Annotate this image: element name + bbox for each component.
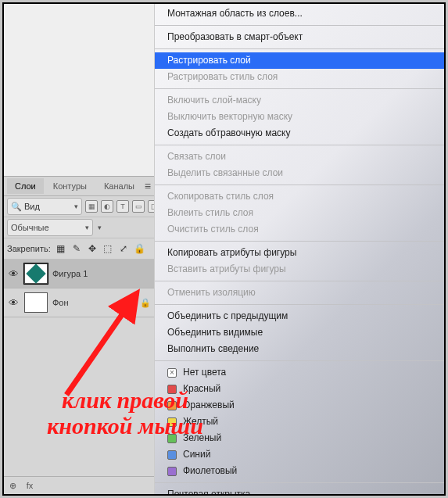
filter-shape-icon[interactable]: ▭ — [132, 200, 145, 213]
lock-nest-icon[interactable]: ⤢ — [118, 243, 129, 254]
lock-row: Закрепить: ▦ ✎ ✥ ⬚ ⤢ 🔒 — [4, 238, 154, 260]
menu-item[interactable]: Растрировать слой — [155, 52, 444, 69]
shape-thumb-icon — [26, 263, 45, 283]
menu-color-label: Желтый — [183, 414, 218, 430]
menu-item: Растрировать стиль слоя — [155, 69, 444, 85]
panel-footer: ⊕ fx — [4, 476, 154, 494]
layer-thumbnail[interactable] — [24, 292, 48, 313]
menu-item: Очистить стиль слоя — [155, 221, 444, 238]
menu-separator — [155, 185, 444, 185]
menu-separator — [155, 48, 444, 49]
layer-filter-dropdown[interactable]: 🔍 Вид ▾ — [7, 198, 82, 215]
menu-item: Включить слой-маску — [155, 92, 444, 109]
menu-item: Выключить векторную маску — [155, 109, 444, 125]
filter-type-icons: ▦ ◐ T ▭ ◫ — [85, 200, 160, 213]
layer-row-background[interactable]: 👁 Фон 🔒 — [4, 288, 154, 317]
chevron-down-icon: ▾ — [85, 224, 89, 231]
blend-row: Обычные ▾ ▾ — [4, 217, 154, 238]
visibility-icon[interactable]: 👁 — [7, 267, 20, 280]
lock-position-icon[interactable]: ✥ — [87, 243, 98, 254]
menu-separator — [155, 25, 444, 26]
filter-pixel-icon[interactable]: ▦ — [85, 200, 98, 213]
menu-item[interactable]: Копировать атрибуты фигуры — [155, 245, 444, 261]
layer-thumbnail[interactable] — [24, 263, 48, 284]
menu-color-item[interactable]: Желтый — [155, 414, 444, 430]
visibility-icon[interactable]: 👁 — [7, 296, 20, 309]
blend-mode-dropdown[interactable]: Обычные ▾ — [7, 219, 93, 236]
lock-transparent-icon[interactable]: ▦ — [56, 243, 66, 254]
tab-layers[interactable]: Слои — [7, 178, 44, 194]
menu-color-label: Нет цвета — [183, 364, 226, 381]
layers-list: 👁 Фигура 1 👁 Фон 🔒 — [4, 260, 154, 476]
menu-color-label: Красный — [183, 381, 220, 397]
blend-mode-label: Обычные — [11, 223, 49, 232]
menu-separator — [155, 281, 444, 281]
lock-icon: 🔒 — [140, 298, 151, 308]
layer-name: Фон — [52, 298, 69, 307]
menu-separator — [155, 360, 444, 361]
chevron-down-icon: ▾ — [74, 202, 78, 210]
fx-icon[interactable]: fx — [24, 481, 35, 490]
menu-item[interactable]: Объединить с предыдущим — [155, 308, 444, 324]
opacity-chevron-icon[interactable]: ▾ — [98, 224, 102, 231]
menu-color-item[interactable]: Красный — [155, 381, 444, 397]
menu-item: Скопировать стиль слоя — [155, 188, 444, 205]
menu-item[interactable]: Почтовая открытка — [155, 486, 444, 496]
layer-row-shape[interactable]: 👁 Фигура 1 — [4, 260, 154, 288]
menu-color-item[interactable]: Фиолетовый — [155, 463, 444, 479]
menu-item[interactable]: Создать обтравочную маску — [155, 125, 444, 142]
color-swatch-icon — [167, 467, 177, 476]
panel-menu-icon[interactable]: ≡ — [145, 181, 151, 192]
menu-item[interactable]: Монтажная область из слоев... — [155, 5, 444, 22]
color-swatch-icon — [167, 434, 177, 443]
search-icon: 🔍 — [11, 202, 22, 212]
menu-item: Связать слои — [155, 149, 444, 165]
filter-adjust-icon[interactable]: ◐ — [101, 200, 113, 213]
lock-label: Закрепить: — [7, 244, 51, 253]
layer-context-menu: Монтажная область из слоев...Преобразова… — [154, 2, 444, 496]
filter-row: 🔍 Вид ▾ ▦ ◐ T ▭ ◫ — [4, 196, 154, 217]
menu-color-label: Зеленый — [183, 430, 221, 446]
menu-item: Вставить атрибуты фигуры — [155, 261, 444, 278]
menu-separator — [155, 88, 444, 89]
color-swatch-icon: × — [167, 368, 177, 378]
menu-item: Отменить изоляцию — [155, 285, 444, 301]
layer-name: Фигура 1 — [52, 269, 88, 278]
lock-icon-group: ▦ ✎ ✥ ⬚ ⤢ 🔒 — [56, 243, 145, 254]
document-canvas — [4, 4, 154, 177]
lock-artboard-icon[interactable]: ⬚ — [102, 243, 113, 254]
filter-mode-label: Вид — [24, 202, 73, 211]
color-swatch-icon — [167, 450, 177, 460]
lock-all-icon[interactable]: 🔒 — [134, 243, 145, 254]
panel-tabs: Слои Контуры Каналы ≡ — [4, 177, 154, 196]
filter-text-icon[interactable]: T — [116, 200, 129, 213]
menu-color-item[interactable]: Оранжевый — [155, 397, 444, 414]
menu-color-item[interactable]: ×Нет цвета — [155, 364, 444, 381]
menu-separator — [155, 241, 444, 242]
menu-item: Выделить связанные слои — [155, 165, 444, 181]
color-swatch-icon — [167, 401, 177, 410]
tab-paths[interactable]: Контуры — [45, 178, 95, 194]
menu-item[interactable]: Преобразовать в смарт-объект — [155, 29, 444, 45]
menu-item: Вклеить стиль слоя — [155, 205, 444, 221]
menu-separator — [155, 304, 444, 305]
menu-color-item[interactable]: Синий — [155, 446, 444, 463]
lock-paint-icon[interactable]: ✎ — [71, 243, 82, 254]
layers-panel: Слои Контуры Каналы ≡ 🔍 Вид ▾ ▦ ◐ T ▭ ◫ — [4, 4, 154, 494]
menu-separator — [155, 145, 444, 145]
menu-color-label: Синий — [183, 446, 210, 463]
menu-item[interactable]: Объединить видимые — [155, 324, 444, 341]
menu-separator — [155, 482, 444, 483]
menu-item[interactable]: Выполнить сведение — [155, 341, 444, 357]
tab-channels[interactable]: Каналы — [96, 178, 142, 194]
link-layers-icon[interactable]: ⊕ — [7, 481, 18, 491]
color-swatch-icon — [167, 417, 177, 427]
layers-panel-body: Слои Контуры Каналы ≡ 🔍 Вид ▾ ▦ ◐ T ▭ ◫ — [4, 177, 154, 494]
color-swatch-icon — [167, 385, 177, 394]
menu-color-label: Оранжевый — [183, 397, 235, 414]
menu-color-item[interactable]: Зеленый — [155, 430, 444, 446]
menu-color-label: Фиолетовый — [183, 463, 237, 479]
